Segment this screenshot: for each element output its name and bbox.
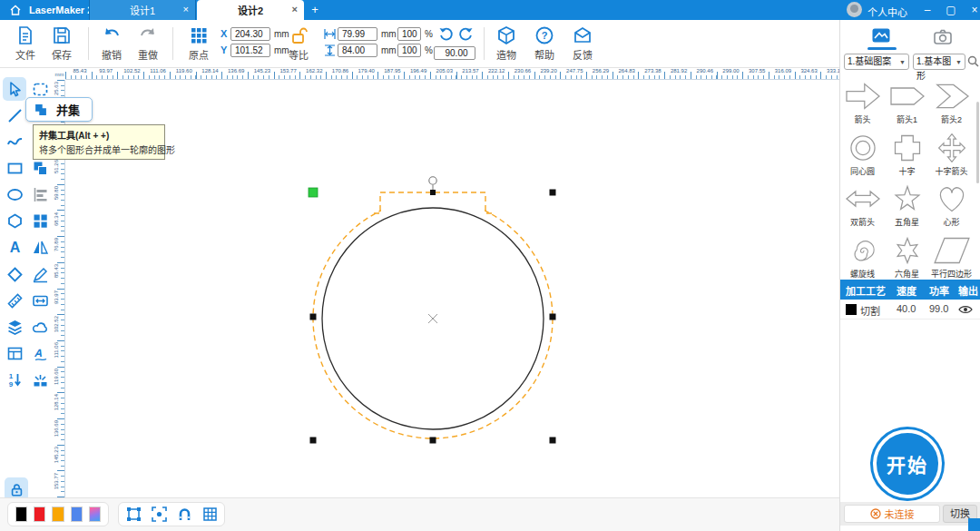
top-ruler[interactable]: 85.4393.97102.52111.06119.60128.14136.69… <box>65 68 839 80</box>
feedback-button[interactable]: 反馈 <box>563 25 603 64</box>
ratio-lock-button[interactable]: 等比 <box>279 25 318 64</box>
magnet-icon[interactable] <box>177 506 192 524</box>
gallery-scrollbar[interactable] <box>976 102 979 183</box>
eraser-tool[interactable] <box>3 262 26 286</box>
origin-button[interactable]: 原点 <box>179 25 219 64</box>
color-swatch-4[interactable] <box>89 506 101 522</box>
close-button[interactable]: × <box>964 0 980 20</box>
handle-bottom-right[interactable] <box>550 438 556 444</box>
curve-tool[interactable] <box>3 130 26 153</box>
shape-double-arrow[interactable]: 双箭头 <box>840 177 885 228</box>
shape-star-6[interactable]: 六角星 <box>885 229 929 280</box>
cloud-tool[interactable] <box>28 315 52 339</box>
start-button-label: 开始 <box>887 450 928 477</box>
create-button[interactable]: 造物 <box>486 25 526 64</box>
process-color-swatch[interactable] <box>846 304 857 315</box>
shape-cross[interactable]: 十字 <box>885 126 929 177</box>
shape-arrow-2[interactable]: 箭头2 <box>929 74 974 125</box>
shape-cross-arrow[interactable]: 十字箭头 <box>929 126 974 177</box>
shape-arrow-1[interactable]: 箭头1 <box>885 74 929 125</box>
avatar[interactable] <box>847 2 862 17</box>
ruler-tick-label: 93.97 <box>99 68 113 74</box>
start-button[interactable]: 开始 <box>873 429 942 498</box>
x-input[interactable]: 204.30 <box>230 27 270 41</box>
doc-tab-design1[interactable]: 设计1 × <box>89 0 196 20</box>
shape-concentric-circle[interactable]: 同心圆 <box>840 126 885 177</box>
union-tool-popup[interactable]: 并集 <box>25 97 93 122</box>
weld-icon <box>32 371 49 388</box>
polygon-tool[interactable] <box>3 209 26 232</box>
handle-top-left-start-point[interactable] <box>309 188 318 197</box>
tab-graphics-gallery[interactable] <box>867 25 895 47</box>
handle-bottom-center[interactable] <box>430 438 436 444</box>
shape-arrow[interactable]: 箭头 <box>840 74 885 125</box>
handle-mid-right[interactable] <box>550 314 556 320</box>
skew-tool[interactable]: A <box>28 341 52 365</box>
table-tool[interactable] <box>3 341 26 365</box>
shape-star-5[interactable]: 五角星 <box>885 177 929 228</box>
tab-camera[interactable] <box>929 25 956 47</box>
new-tab-button[interactable]: + <box>309 3 321 16</box>
sort-tool[interactable]: 19 <box>3 368 26 391</box>
rotate-ccw-icon[interactable] <box>438 26 454 42</box>
file-button[interactable]: 文件 <box>5 25 45 64</box>
search-icon[interactable] <box>967 55 979 67</box>
color-swatch-0[interactable] <box>15 506 27 522</box>
width-input[interactable]: 79.99 <box>338 27 377 41</box>
rotate-cw-icon[interactable] <box>458 26 474 42</box>
line-tool[interactable] <box>3 103 26 127</box>
maximize-button[interactable]: ▢ <box>940 0 962 20</box>
category-dropdown[interactable]: ▼ 1.基础图案 <box>844 54 909 70</box>
y-input[interactable]: 101.52 <box>230 44 270 57</box>
minimize-button[interactable]: – <box>916 0 938 20</box>
select-tool[interactable] <box>3 77 26 101</box>
rectangle-tool[interactable] <box>3 156 26 180</box>
mirror-tool[interactable] <box>28 235 52 259</box>
width-pct-input[interactable]: 100 <box>397 27 421 41</box>
output-visibility-icon[interactable] <box>958 303 973 316</box>
process-table-row[interactable]: 切割 40.0 99.0 <box>840 300 980 320</box>
tab-close-icon[interactable]: × <box>292 4 298 15</box>
tab-close-icon[interactable]: × <box>183 4 189 15</box>
design-canvas[interactable] <box>65 80 839 497</box>
help-button[interactable]: ? 帮助 <box>524 25 564 64</box>
ellipse-tool[interactable] <box>3 182 26 206</box>
group-tool[interactable] <box>28 209 52 232</box>
color-swatch-3[interactable] <box>71 506 83 522</box>
align-tool[interactable] <box>28 182 52 206</box>
col-process: 加工工艺 <box>846 283 886 298</box>
height-pct-input[interactable]: 100 <box>397 44 421 57</box>
subcategory-dropdown[interactable]: ▼ 1.基本图形 <box>913 54 965 70</box>
handle-top-center[interactable] <box>430 190 436 195</box>
height-input[interactable]: 84.00 <box>338 44 377 57</box>
fit-view-icon[interactable] <box>152 506 167 524</box>
shape-parallelogram[interactable]: 平行四边形 <box>929 229 974 280</box>
undo-button[interactable]: 撤销 <box>92 25 132 64</box>
color-swatch-1[interactable] <box>34 506 45 522</box>
marquee-icon <box>32 81 49 98</box>
text-tool[interactable]: A <box>3 235 26 259</box>
artboard-icon[interactable] <box>126 506 142 524</box>
measure-tool[interactable] <box>3 289 26 312</box>
grid-icon[interactable] <box>202 506 218 524</box>
handle-mid-left[interactable] <box>310 314 317 320</box>
shape-spiral[interactable]: 螺旋线 <box>840 229 885 280</box>
layers-tool[interactable] <box>3 315 26 339</box>
angle-input[interactable]: 90.00 <box>434 46 475 60</box>
home-icon[interactable] <box>9 4 22 16</box>
redo-button[interactable]: 重做 <box>128 25 168 64</box>
color-swatch-2[interactable] <box>52 506 64 522</box>
user-center-label[interactable]: 个人中心 <box>867 5 907 19</box>
dimension-tool[interactable] <box>28 289 52 312</box>
handle-top-right[interactable] <box>550 190 556 196</box>
bottom-right-toggle[interactable] <box>968 518 980 531</box>
save-button[interactable]: 保存 <box>42 25 82 64</box>
handle-bottom-left[interactable] <box>310 438 317 444</box>
weld-tool[interactable] <box>28 368 52 391</box>
doc-tab-design2[interactable]: 设计2 × <box>197 0 304 20</box>
connection-status[interactable]: 未连接 <box>844 505 940 523</box>
shape-heart[interactable]: 心形 <box>929 177 974 228</box>
node-edit-tool[interactable] <box>28 262 52 286</box>
rotate-handle[interactable] <box>429 177 436 184</box>
ruler-tick-label: 76.89 <box>54 238 59 251</box>
